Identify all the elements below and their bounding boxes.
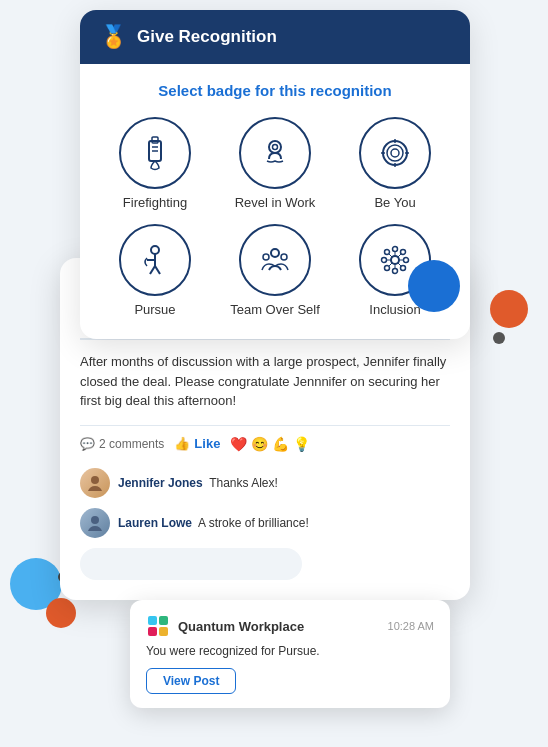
svg-point-43 — [91, 476, 99, 484]
badge-item-firefighting[interactable]: Firefighting — [100, 117, 210, 210]
deco-circle-blue-left — [10, 558, 62, 610]
badge-selector-body: Select badge for this recognition Firefi… — [80, 64, 470, 339]
badge-grid: Firefighting Revel in Work — [100, 117, 450, 317]
post-body-text: After months of discussion with a large … — [80, 352, 450, 411]
badge-item-team-over-self[interactable]: Team Over Self — [220, 224, 330, 317]
badge-item-inclusion[interactable]: Inclusion — [340, 224, 450, 317]
svg-point-24 — [382, 258, 387, 263]
smile-icon: 😊 — [251, 436, 268, 452]
svg-point-27 — [401, 250, 406, 255]
badge-item-revel-in-work[interactable]: Revel in Work — [220, 117, 330, 210]
svg-point-13 — [151, 246, 159, 254]
like-button[interactable]: 👍 Like — [174, 436, 220, 451]
svg-point-19 — [263, 254, 269, 260]
badge-item-be-you[interactable]: Be You — [340, 117, 450, 210]
post-actions: 💬 2 comments 👍 Like ❤️ 😊 💪 💡 — [80, 425, 450, 452]
lauren-avatar-icon — [85, 513, 105, 533]
svg-point-29 — [401, 266, 406, 271]
badge-select-title: Select badge for this recognition — [100, 82, 450, 99]
notification-body: You were recognized for Pursue. — [146, 644, 434, 658]
quantum-workplace-icon — [146, 614, 170, 638]
comment-text-2: Lauren Lowe A stroke of brilliance! — [118, 516, 309, 530]
revel-in-work-svg — [255, 133, 295, 173]
badge-circle-team-over-self — [239, 224, 311, 296]
svg-rect-47 — [148, 627, 157, 636]
notification-header: Quantum Workplace 10:28 AM — [146, 614, 434, 638]
svg-line-37 — [398, 263, 401, 266]
view-post-button[interactable]: View Post — [146, 668, 236, 694]
recognition-icon: 🏅 — [100, 24, 127, 50]
comment-bubble-icon: 💬 — [80, 437, 95, 451]
svg-point-23 — [393, 269, 398, 274]
svg-line-17 — [155, 266, 160, 274]
svg-point-20 — [281, 254, 287, 260]
svg-line-16 — [150, 266, 155, 274]
jennifer-avatar-icon — [85, 473, 105, 493]
comment-input-bar[interactable] — [80, 548, 302, 580]
badge-label-be-you: Be You — [374, 195, 415, 210]
comments-count: 💬 2 comments — [80, 437, 164, 451]
notification-card: Quantum Workplace 10:28 AM You were reco… — [130, 600, 450, 708]
comment-list: Jennifer Jones Thanks Alex! Lauren Lowe … — [80, 468, 450, 538]
comment-author-1: Jennifer Jones — [118, 476, 203, 490]
badge-circle-inclusion — [359, 224, 431, 296]
svg-point-22 — [393, 247, 398, 252]
svg-line-36 — [389, 263, 392, 266]
svg-point-7 — [387, 145, 403, 161]
muscle-icon: 💪 — [272, 436, 289, 452]
comment-item-2: Lauren Lowe A stroke of brilliance! — [80, 508, 450, 538]
svg-point-21 — [391, 256, 399, 264]
be-you-svg — [375, 133, 415, 173]
comment-avatar-jennifer — [80, 468, 110, 498]
pursue-svg — [135, 240, 175, 280]
comment-item-1: Jennifer Jones Thanks Alex! — [80, 468, 450, 498]
card-header-title: Give Recognition — [137, 27, 277, 47]
badge-label-revel-in-work: Revel in Work — [235, 195, 316, 210]
badge-circle-firefighting — [119, 117, 191, 189]
svg-point-8 — [391, 149, 399, 157]
badge-label-pursue: Pursue — [134, 302, 175, 317]
firefighting-svg — [135, 133, 175, 173]
badge-selector-card: 🏅 Give Recognition Select badge for this… — [80, 10, 470, 339]
comment-text-1: Jennifer Jones Thanks Alex! — [118, 476, 278, 490]
bulb-icon: 💡 — [293, 436, 310, 452]
svg-point-28 — [385, 266, 390, 271]
comment-author-2: Lauren Lowe — [118, 516, 192, 530]
team-over-self-svg — [255, 240, 295, 280]
thumbs-up-icon: 👍 — [174, 436, 190, 451]
svg-point-18 — [271, 249, 279, 257]
badge-label-inclusion: Inclusion — [369, 302, 420, 317]
card-header: 🏅 Give Recognition — [80, 10, 470, 64]
inclusion-svg — [375, 240, 415, 280]
svg-point-25 — [404, 258, 409, 263]
svg-point-26 — [385, 250, 390, 255]
badge-label-firefighting: Firefighting — [123, 195, 187, 210]
reaction-icons: ❤️ 😊 💪 💡 — [230, 436, 310, 452]
badge-circle-pursue — [119, 224, 191, 296]
notification-time: 10:28 AM — [388, 620, 434, 632]
notification-brand: Quantum Workplace — [146, 614, 304, 638]
badge-circle-be-you — [359, 117, 431, 189]
svg-point-4 — [269, 141, 281, 153]
heart-icon: ❤️ — [230, 436, 247, 452]
svg-point-44 — [91, 516, 99, 524]
svg-line-34 — [389, 254, 392, 257]
notification-app-name: Quantum Workplace — [178, 619, 304, 634]
badge-label-team-over-self: Team Over Self — [230, 302, 320, 317]
svg-rect-48 — [159, 627, 168, 636]
badge-circle-revel-in-work — [239, 117, 311, 189]
comment-avatar-lauren — [80, 508, 110, 538]
cards-wrapper: 🏅 Give Recognition Select badge for this… — [60, 10, 500, 730]
svg-line-35 — [398, 254, 401, 257]
svg-point-5 — [273, 145, 278, 150]
svg-rect-46 — [159, 616, 168, 625]
svg-rect-45 — [148, 616, 157, 625]
badge-item-pursue[interactable]: Pursue — [100, 224, 210, 317]
